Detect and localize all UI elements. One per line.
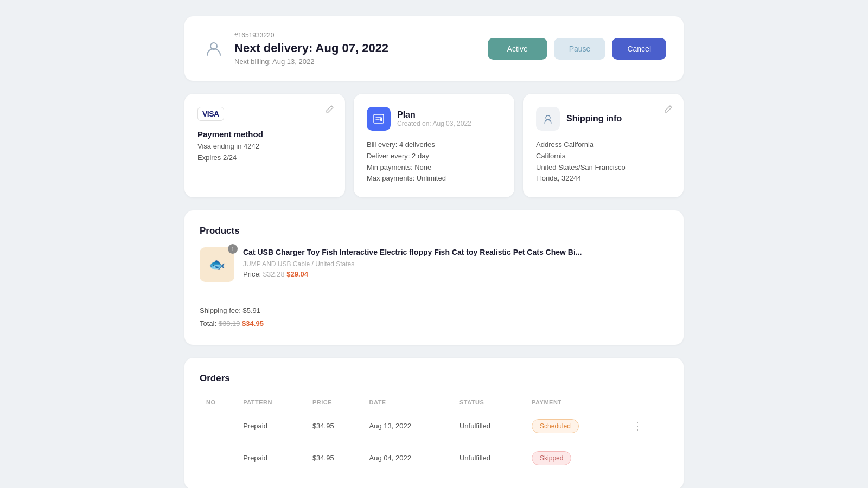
shipping-address-2: California [536,151,671,162]
product-row: 🐟 1 Cat USB Charger Toy Fish Interactive… [200,247,668,293]
header-text: #1651933220 Next delivery: Aug 07, 2022 … [234,31,388,66]
total-line: Total: $38.19 $34.95 [200,317,668,330]
plan-min-payments: Min payments: None [367,162,501,174]
pause-button[interactable]: Pause [554,38,606,60]
cell-date: Aug 13, 2022 [363,410,453,442]
order-id: #1651933220 [234,31,388,39]
orders-table-body: Prepaid$34.95Aug 13, 2022UnfulfilledSche… [200,410,668,474]
shipping-edit-icon[interactable] [664,105,673,115]
shipping-card-header: Shipping info [536,107,671,131]
col-payment: PAYMENT [525,395,624,410]
col-status: STATUS [453,395,525,410]
payment-method-label: Payment method [197,130,332,139]
info-cards: VISA Payment method Visa ending in 4242 … [184,94,684,197]
cell-price: $34.95 [306,442,363,474]
plan-title-group: Plan Created on: Aug 03, 2022 [397,110,471,127]
totals: Shipping fee: $5.91 Total: $38.19 $34.95 [200,304,668,330]
shipping-title: Shipping info [566,114,622,124]
shipping-address-4: Florida, 32244 [536,173,671,184]
shipping-card: Shipping info Address California Califor… [523,94,684,197]
table-row: Prepaid$34.95Aug 04, 2022UnfulfilledSkip… [200,442,668,474]
payment-edit-icon[interactable] [326,105,334,115]
card-expires: Expires 2/24 [197,152,332,164]
cell-payment: Scheduled [525,410,624,442]
visa-logo: VISA [197,107,224,121]
col-no: NO [200,395,237,410]
orders-section-title: Orders [200,373,668,384]
product-qty-badge: 1 [228,244,238,254]
cell-price: $34.95 [306,410,363,442]
product-info: Cat USB Charger Toy Fish Interactive Ele… [243,247,582,278]
delivery-title: Next delivery: Aug 07, 2022 [234,41,388,55]
header-left: #1651933220 Next delivery: Aug 07, 2022 … [202,31,388,66]
price-label: Price: [243,270,261,278]
plan-subtitle: Created on: Aug 03, 2022 [397,120,471,127]
orders-table-header-row: NO PATTERN PRICE DATE STATUS PAYMENT [200,395,668,410]
original-price: $32.28 [263,270,285,278]
card-ending: Visa ending in 4242 [197,141,332,152]
orders-table: NO PATTERN PRICE DATE STATUS PAYMENT Pre… [200,395,668,474]
person-icon [202,37,226,61]
plan-icon-wrap [367,107,391,131]
orders-card: Orders NO PATTERN PRICE DATE STATUS PAYM… [184,358,684,488]
orders-table-head: NO PATTERN PRICE DATE STATUS PAYMENT [200,395,668,410]
cell-pattern: Prepaid [237,410,306,442]
plan-title: Plan [397,110,471,120]
products-section-title: Products [200,226,668,236]
cell-menu [624,442,668,474]
payment-card-header: VISA [197,107,332,121]
svg-rect-2 [380,118,382,121]
shipping-fee: Shipping fee: $5.91 [200,304,668,317]
total-sale: $34.95 [242,319,264,328]
products-card: Products 🐟 1 Cat USB Charger Toy Fish In… [184,210,684,345]
payment-badge: Scheduled [532,419,579,433]
billing-info: Next billing: Aug 13, 2022 [234,57,388,66]
shipping-icon-wrap [536,107,560,131]
cell-date: Aug 04, 2022 [363,442,453,474]
cell-pattern: Prepaid [237,442,306,474]
table-row: Prepaid$34.95Aug 13, 2022UnfulfilledSche… [200,410,668,442]
product-emoji: 🐟 [209,257,225,272]
col-pattern: PATTERN [237,395,306,410]
plan-card: Plan Created on: Aug 03, 2022 Bill every… [354,94,514,197]
header-card: #1651933220 Next delivery: Aug 07, 2022 … [184,16,684,81]
product-price: Price: $32.28 $29.04 [243,270,582,278]
col-actions [624,395,668,410]
product-thumbnail: 🐟 1 [200,247,234,282]
plan-deliver-every: Deliver every: 2 day [367,151,501,162]
svg-point-3 [546,115,550,120]
cell-status: Unfulfilled [453,442,525,474]
col-date: DATE [363,395,453,410]
plan-max-payments: Max payments: Unlimited [367,173,501,184]
product-name: Cat USB Charger Toy Fish Interactive Ele… [243,247,582,258]
payment-badge: Skipped [532,451,571,465]
product-variant: JUMP AND USB Cable / United States [243,260,582,268]
header-actions: Active Pause Cancel [488,38,666,60]
sale-price: $29.04 [286,270,308,278]
cell-no [200,410,237,442]
row-menu-button[interactable]: ⋮ [630,419,644,434]
payment-card: VISA Payment method Visa ending in 4242 … [184,94,345,197]
total-label: Total: [200,319,216,328]
total-original: $38.19 [219,319,240,328]
cell-menu: ⋮ [624,410,668,442]
plan-card-header: Plan Created on: Aug 03, 2022 [367,107,501,131]
shipping-address-3: United States/San Francisco [536,162,671,174]
plan-bill-every: Bill every: 4 deliveries [367,139,501,151]
cell-payment: Skipped [525,442,624,474]
active-button[interactable]: Active [488,38,547,60]
cell-status: Unfulfilled [453,410,525,442]
col-price: PRICE [306,395,363,410]
cancel-button[interactable]: Cancel [612,38,666,60]
cell-no [200,442,237,474]
shipping-address-1: Address California [536,139,671,151]
